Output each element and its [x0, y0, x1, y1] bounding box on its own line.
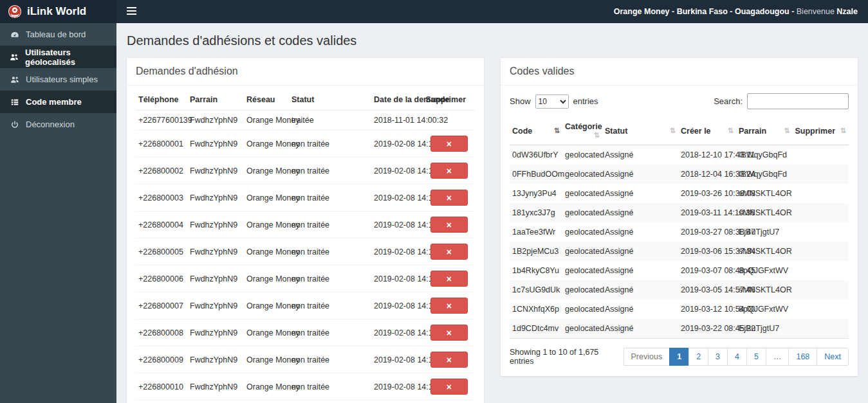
close-icon: ×	[447, 193, 452, 202]
column-header-label: Créer le	[681, 127, 711, 136]
supprimer-cell: ×	[423, 130, 476, 157]
code-cell: 1c7sUG9dUk	[510, 280, 562, 300]
phone-cell: +22677600139	[136, 111, 187, 130]
delete-request-button[interactable]: ×	[430, 190, 468, 206]
reseau-cell: Orange Money	[244, 130, 289, 157]
close-icon: ×	[447, 139, 452, 148]
sidebar-item[interactable]: Tableau de bord	[0, 23, 116, 46]
supprimer-cell: ×	[423, 319, 476, 346]
requests-header-row: Téléphone Parrain Réseau Statut Date de …	[136, 89, 475, 111]
entries-select[interactable]: 10	[535, 94, 569, 109]
requests-table: Téléphone Parrain Réseau Statut Date de …	[136, 89, 475, 403]
pagination-button[interactable]: Next	[817, 348, 849, 366]
parrain-cell: sMNSKTL4OR	[736, 184, 793, 203]
requests-panel: Demandes d'adhésion Téléphone Parrain Ré…	[126, 57, 485, 403]
sidebar-toggle-button[interactable]	[116, 0, 146, 23]
sidebar-item-label: Code membre	[26, 97, 82, 107]
pagination-button[interactable]: 2	[688, 348, 708, 366]
supprimer-cell: ×	[423, 292, 476, 319]
creer-le-cell: 2019-03-06 15:37:34	[678, 242, 736, 261]
sort-icon: ⇅	[554, 127, 560, 135]
sortable-column-header[interactable]: Code ⇅	[510, 117, 562, 145]
parrain-cell: EjBuTjgtU7	[736, 319, 793, 339]
request-row: +226800002 FwdhzYphN9 Orange Money non t…	[136, 157, 475, 184]
delete-request-button[interactable]: ×	[430, 136, 468, 152]
delete-request-button[interactable]: ×	[430, 271, 468, 287]
categorie-cell: geolocated	[562, 242, 602, 261]
supprimer-cell: ×	[423, 184, 476, 211]
welcome-label: Bienvenue	[797, 7, 835, 16]
pagination-button[interactable]: Previous	[623, 348, 670, 366]
pagination-button[interactable]: 3	[708, 348, 728, 366]
pagination-button[interactable]: 168	[788, 348, 817, 366]
close-icon: ×	[447, 220, 452, 229]
main-content: Demandes d'adhésions et codes valides De…	[116, 23, 868, 403]
reseau-cell: Orange Money	[244, 265, 289, 292]
sidebar-item-label: Déconnexion	[26, 120, 75, 129]
phone-cell: +226800009	[136, 346, 187, 373]
creer-le-cell: 2018-12-04 16:33:24	[678, 165, 736, 184]
sortable-column-header[interactable]: Créer le ⇅	[678, 117, 736, 145]
sortable-column-header[interactable]: Catégorie ⇅	[562, 117, 602, 145]
creer-le-cell: 2019-03-07 08:48:45	[678, 261, 736, 280]
delete-request-button[interactable]: ×	[430, 217, 468, 233]
sortable-column-header[interactable]: Supprimer ⇅	[793, 117, 849, 145]
parrain-cell: sMNSKTL4OR	[736, 242, 793, 261]
delete-request-button[interactable]: ×	[430, 352, 468, 368]
pagination-button[interactable]: 4	[727, 348, 747, 366]
sortable-column-header[interactable]: Statut ⇅	[602, 117, 678, 145]
sidebar-item[interactable]: Déconnexion	[0, 113, 116, 136]
delete-request-button[interactable]: ×	[430, 325, 468, 341]
statut-cell: traitée	[289, 111, 371, 130]
column-header-label: Supprimer	[795, 127, 836, 136]
sidebar-item[interactable]: Code membre	[0, 91, 116, 113]
phone-cell: +226800002	[136, 157, 187, 184]
requests-panel-title: Demandes d'adhésion	[127, 58, 484, 85]
supprimer-cell	[793, 242, 849, 261]
codes-table: Code ⇅ Catégorie ⇅ Statut ⇅	[510, 117, 849, 339]
code-cell: 1d9CDtc4mv	[510, 319, 562, 339]
categorie-cell: geolocated	[562, 203, 602, 222]
categorie-cell: geolocated	[562, 184, 602, 203]
delete-request-button[interactable]: ×	[430, 298, 468, 314]
delete-request-button[interactable]: ×	[430, 379, 468, 395]
search-label: Search:	[714, 96, 743, 106]
request-row: +226800006 FwdhzYphN9 Orange Money non t…	[136, 265, 475, 292]
delete-request-button[interactable]: ×	[430, 244, 468, 260]
date-cell: 2019-02-08 14:15:26	[371, 130, 423, 157]
phone-cell: +226800008	[136, 319, 187, 346]
sidebar-item[interactable]: Utilisateurs géolocalisés	[0, 46, 116, 68]
page-title: Demandes d'adhésions et codes valides	[127, 33, 858, 48]
entries-label: entries	[573, 96, 598, 106]
parrain-cell: FwdhzYphN9	[187, 111, 244, 130]
column-header-label: Statut	[605, 127, 627, 136]
statut-cell: non traitée	[289, 265, 371, 292]
code-row: 1c7sUG9dUk geolocated Assigné 2019-03-05…	[510, 280, 849, 300]
creer-le-cell: 2019-03-05 14:57:46	[678, 280, 736, 300]
column-header: Parrain	[187, 89, 244, 111]
code-row: 1B2pjeMCu3 geolocated Assigné 2019-03-06…	[510, 242, 849, 261]
pagination-button[interactable]: 5	[746, 348, 766, 366]
parrain-cell: FwdhzYphN9	[187, 319, 244, 346]
delete-request-button[interactable]: ×	[430, 163, 468, 179]
supprimer-cell	[793, 165, 849, 184]
statut-cell: Assigné	[602, 242, 678, 261]
sidebar-item[interactable]: Utilisateurs simples	[0, 68, 116, 91]
statut-cell: Assigné	[602, 319, 678, 339]
sortable-column-header[interactable]: Parrain ⇅	[736, 117, 793, 145]
search-input[interactable]	[747, 93, 849, 109]
code-cell: 0FFhBudOOm	[510, 165, 562, 184]
phone-cell: +226800007	[136, 292, 187, 319]
pagination-button[interactable]: …	[766, 348, 790, 366]
close-icon: ×	[447, 301, 452, 310]
date-cell: 2018-11-01 14:00:32	[371, 111, 423, 130]
code-row: 1aaTee3fWr geolocated Assigné 2019-03-27…	[510, 222, 849, 242]
code-row: 0FFhBudOOm geolocated Assigné 2018-12-04…	[510, 165, 849, 184]
code-row: 181yxc3J7g geolocated Assigné 2019-03-11…	[510, 203, 849, 222]
statut-cell: Assigné	[602, 184, 678, 203]
pagination-button[interactable]: 1	[669, 348, 689, 366]
pagination: Previous 1 2 3 4 5 … 168	[624, 348, 849, 366]
brand[interactable]: iLink World	[0, 0, 116, 23]
creer-le-cell: 2019-03-11 14:10:36	[678, 203, 736, 222]
reseau-cell: Orange Money	[244, 319, 289, 346]
